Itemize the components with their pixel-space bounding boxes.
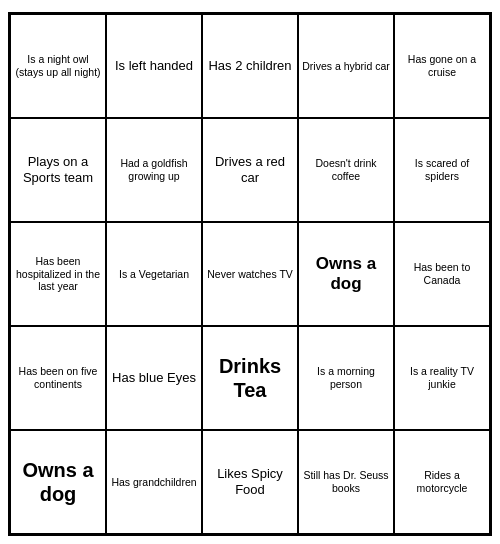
cell-2-4: Has been to Canada	[394, 222, 490, 326]
cell-0-3: Drives a hybrid car	[298, 14, 394, 118]
cell-1-0: Plays on a Sports team	[10, 118, 106, 222]
cell-1-4: Is scared of spiders	[394, 118, 490, 222]
cell-4-2: Likes Spicy Food	[202, 430, 298, 534]
cell-4-0: Owns a dog	[10, 430, 106, 534]
cell-2-0: Has been hospitalized in the last year	[10, 222, 106, 326]
bingo-grid: Is a night owl (stays up all night)Is le…	[8, 12, 492, 536]
cell-1-1: Had a goldfish growing up	[106, 118, 202, 222]
cell-3-3: Is a morning person	[298, 326, 394, 430]
cell-3-4: Is a reality TV junkie	[394, 326, 490, 430]
cell-0-1: Is left handed	[106, 14, 202, 118]
cell-4-3: Still has Dr. Seuss books	[298, 430, 394, 534]
cell-3-1: Has blue Eyes	[106, 326, 202, 430]
cell-0-0: Is a night owl (stays up all night)	[10, 14, 106, 118]
cell-2-1: Is a Vegetarian	[106, 222, 202, 326]
cell-2-3: Owns a dog	[298, 222, 394, 326]
cell-1-2: Drives a red car	[202, 118, 298, 222]
cell-1-3: Doesn't drink coffee	[298, 118, 394, 222]
cell-4-1: Has grandchildren	[106, 430, 202, 534]
cell-4-4: Rides a motorcycle	[394, 430, 490, 534]
cell-3-0: Has been on five continents	[10, 326, 106, 430]
cell-0-4: Has gone on a cruise	[394, 14, 490, 118]
cell-3-2: Drinks Tea	[202, 326, 298, 430]
cell-0-2: Has 2 children	[202, 14, 298, 118]
cell-2-2: Never watches TV	[202, 222, 298, 326]
